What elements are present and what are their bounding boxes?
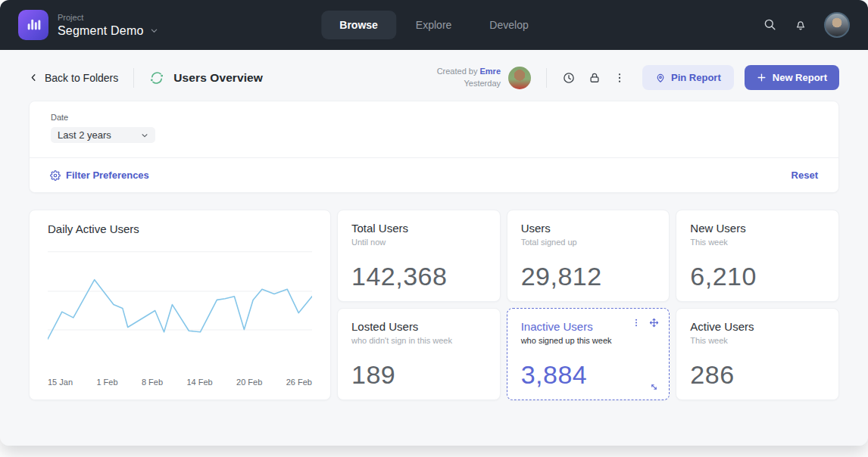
- lock-icon[interactable]: [588, 71, 601, 85]
- date-range-select[interactable]: Last 2 years: [51, 127, 155, 143]
- created-by-label: Created by: [437, 67, 478, 76]
- project-label: Project: [58, 13, 158, 22]
- x-tick-label: 8 Feb: [142, 378, 163, 387]
- main-nav-tabs: Browse Explore Develop: [321, 0, 546, 50]
- segment-logo-icon: [149, 70, 164, 85]
- notifications-bell-icon[interactable]: [794, 17, 807, 33]
- page-header: Back to Folders Users Overview Created b…: [29, 65, 839, 90]
- gear-icon: [50, 170, 61, 181]
- stat-card-losted-users[interactable]: Losted Users who didn't sign in this wee…: [337, 308, 501, 400]
- chevron-down-icon: [150, 26, 158, 35]
- stat-value: 3,884: [521, 360, 656, 390]
- widget-kebab-icon[interactable]: [632, 318, 641, 328]
- date-filter-label: Date: [51, 113, 817, 122]
- stat-value: 6,210: [690, 262, 825, 291]
- pin-report-button[interactable]: Pin Report: [642, 65, 734, 90]
- history-clock-icon[interactable]: [562, 71, 576, 85]
- tab-explore[interactable]: Explore: [398, 11, 470, 39]
- back-to-folders-button[interactable]: Back to Folders: [29, 72, 118, 84]
- app-logo: [18, 10, 48, 40]
- created-by-block: Created by Emre Yesterday: [437, 66, 501, 90]
- navbar-actions: [763, 12, 850, 38]
- new-report-button[interactable]: New Report: [745, 65, 839, 90]
- stat-value: 189: [351, 360, 486, 390]
- chevron-down-icon: [141, 132, 148, 139]
- stat-value: 29,812: [521, 262, 656, 291]
- stat-title: Users: [521, 222, 656, 235]
- reset-filters-button[interactable]: Reset: [792, 169, 818, 181]
- stat-subtitle: This week: [690, 336, 825, 345]
- project-info: Project Segment Demo: [58, 13, 158, 38]
- x-tick-label: 1 Feb: [96, 378, 117, 387]
- project-name: Segment Demo: [58, 24, 144, 38]
- x-tick-label: 14 Feb: [186, 378, 212, 387]
- stat-title: Active Users: [690, 320, 825, 333]
- back-label: Back to Folders: [45, 72, 118, 84]
- stat-card-new-users[interactable]: New Users This week 6,210: [676, 210, 839, 302]
- stat-title: Total Users: [351, 222, 486, 235]
- stat-value: 142,368: [351, 262, 486, 291]
- chart-title: Daily Active Users: [48, 222, 312, 235]
- page-title: Users Overview: [173, 71, 263, 85]
- app-window: Project Segment Demo Browse Explore Deve…: [0, 0, 868, 446]
- stat-subtitle: Total signed up: [521, 238, 656, 247]
- pin-icon: [655, 73, 666, 83]
- stat-card-inactive-users[interactable]: Inactive Users who signed up this week 3…: [507, 308, 670, 400]
- stats-grid: Total Users Until now 142,368 Users Tota…: [337, 210, 839, 400]
- plus-icon: [757, 73, 767, 82]
- creator-avatar[interactable]: [508, 67, 531, 89]
- x-tick-label: 15 Jan: [48, 378, 73, 387]
- stat-card-total-users[interactable]: Total Users Until now 142,368: [337, 210, 501, 302]
- stat-subtitle: who didn't sign in this week: [351, 336, 486, 345]
- x-tick-label: 20 Feb: [236, 378, 262, 387]
- filter-preferences-label: Filter Preferences: [66, 169, 149, 181]
- project-switcher[interactable]: Project Segment Demo: [18, 10, 158, 40]
- search-icon[interactable]: [763, 17, 777, 33]
- more-options-kebab-icon[interactable]: [614, 71, 626, 85]
- tab-develop[interactable]: Develop: [471, 11, 546, 39]
- pin-report-label: Pin Report: [671, 72, 721, 83]
- divider: [546, 68, 547, 88]
- stat-value: 286: [690, 360, 825, 390]
- created-when: Yesterday: [437, 78, 501, 90]
- new-report-label: New Report: [773, 72, 827, 83]
- stat-title: New Users: [690, 222, 825, 235]
- dashboard: Daily Active Users 15 Jan 1 Feb 8 Feb 14…: [29, 210, 839, 400]
- stat-title: Losted Users: [351, 320, 486, 333]
- divider: [133, 68, 134, 88]
- chevron-left-icon: [29, 73, 39, 82]
- widget-move-icon[interactable]: [649, 318, 659, 328]
- top-navbar: Project Segment Demo Browse Explore Deve…: [0, 0, 868, 50]
- filter-preferences-button[interactable]: Filter Preferences: [50, 169, 149, 181]
- chart-x-axis: 15 Jan 1 Feb 8 Feb 14 Feb 20 Feb 26 Feb: [48, 378, 312, 387]
- stat-subtitle: who signed up this week: [521, 336, 656, 345]
- user-avatar[interactable]: [824, 12, 850, 38]
- date-range-value: Last 2 years: [58, 129, 111, 141]
- stat-card-active-users[interactable]: Active Users This week 286: [676, 308, 839, 400]
- created-by-user-link[interactable]: Emre: [480, 67, 501, 76]
- line-chart: [48, 251, 312, 370]
- stat-subtitle: This week: [690, 238, 825, 247]
- stat-card-users[interactable]: Users Total signed up 29,812: [507, 210, 670, 302]
- daily-active-users-chart-card[interactable]: Daily Active Users 15 Jan 1 Feb 8 Feb 14…: [29, 210, 331, 400]
- x-tick-label: 26 Feb: [286, 378, 312, 387]
- tab-browse[interactable]: Browse: [321, 11, 396, 39]
- stat-subtitle: Until now: [351, 238, 486, 247]
- chart-area: 15 Jan 1 Feb 8 Feb 14 Feb 20 Feb 26 Feb: [48, 251, 312, 387]
- bar-chart-icon: [25, 17, 42, 33]
- content-area: Back to Folders Users Overview Created b…: [0, 50, 868, 446]
- widget-resize-icon[interactable]: [649, 382, 659, 392]
- page-header-actions: Created by Emre Yesterday: [437, 65, 839, 90]
- filter-card: Date Last 2 years Filter Preferences Res…: [29, 101, 839, 193]
